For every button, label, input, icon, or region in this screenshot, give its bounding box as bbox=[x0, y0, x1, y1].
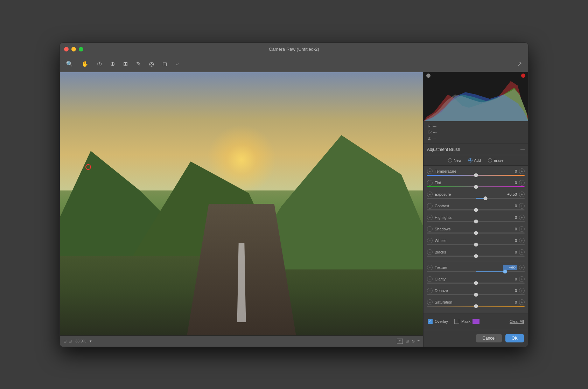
mask-group[interactable]: Mask bbox=[454, 319, 479, 324]
adj-plus-shadows[interactable]: + bbox=[519, 226, 525, 232]
clipping-indicator-right[interactable] bbox=[521, 74, 525, 78]
slider-track-temperature[interactable] bbox=[427, 175, 525, 176]
erase-mode-group[interactable]: Erase bbox=[488, 158, 504, 162]
settings-icon[interactable]: ≡ bbox=[418, 339, 420, 343]
adj-label-tint: Tint bbox=[435, 181, 503, 185]
adj-label-contrast: Contrast bbox=[435, 204, 503, 208]
adj-plus-whites[interactable]: + bbox=[519, 238, 525, 243]
b-label: B: bbox=[428, 136, 431, 140]
frame-icon-1[interactable]: ⊞ bbox=[63, 339, 66, 343]
slider-track-tint[interactable] bbox=[427, 186, 525, 187]
add-mode-group[interactable]: Add bbox=[468, 158, 481, 162]
slider-track-shadows[interactable] bbox=[427, 232, 525, 234]
g-readout: G: --- bbox=[428, 129, 524, 136]
adjustment-brush-tool[interactable]: ◻ bbox=[161, 59, 168, 69]
adj-label-highlights: Highlights bbox=[435, 215, 503, 220]
slider-thumb-shadows[interactable] bbox=[474, 231, 478, 235]
overlay-checkbox[interactable] bbox=[428, 319, 433, 324]
new-radio[interactable] bbox=[448, 158, 452, 162]
mask-checkbox[interactable] bbox=[454, 319, 459, 324]
slider-thumb-temperature[interactable] bbox=[474, 173, 478, 177]
adj-minus-blacks[interactable]: − bbox=[427, 249, 433, 255]
mask-color-swatch[interactable] bbox=[472, 319, 479, 324]
adj-plus-temperature[interactable]: + bbox=[519, 168, 525, 174]
adj-minus-saturation[interactable]: − bbox=[427, 299, 433, 305]
slider-thumb-contrast[interactable] bbox=[474, 208, 478, 212]
slider-track-texture[interactable] bbox=[427, 271, 525, 272]
clipping-indicator-left[interactable] bbox=[426, 74, 430, 78]
slider-thumb-dehaze[interactable] bbox=[474, 293, 478, 297]
slider-thumb-saturation[interactable] bbox=[474, 304, 478, 308]
adj-plus-contrast[interactable]: + bbox=[519, 203, 525, 209]
slider-track-exposure[interactable] bbox=[427, 198, 525, 199]
adj-plus-tint[interactable]: + bbox=[519, 180, 525, 186]
slider-thumb-highlights[interactable] bbox=[474, 220, 478, 223]
export-icon[interactable]: ↗ bbox=[516, 60, 523, 68]
healing-tool[interactable]: ✎ bbox=[135, 59, 142, 69]
gradient-filter-tool[interactable]: ○ bbox=[174, 59, 180, 68]
ok-button[interactable]: OK bbox=[505, 334, 524, 342]
slider-thumb-texture[interactable] bbox=[503, 270, 507, 273]
slider-track-contrast[interactable] bbox=[427, 209, 525, 210]
adj-minus-contrast[interactable]: − bbox=[427, 203, 433, 209]
adj-value-texture[interactable]: +60 bbox=[503, 265, 517, 270]
slider-thumb-blacks[interactable] bbox=[474, 254, 478, 258]
slider-track-whites[interactable] bbox=[427, 244, 525, 245]
adj-plus-blacks[interactable]: + bbox=[519, 249, 525, 255]
adj-plus-highlights[interactable]: + bbox=[519, 215, 525, 220]
adj-minus-shadows[interactable]: − bbox=[427, 226, 433, 232]
targeted-adjustment-tool[interactable]: ⊕ bbox=[109, 59, 116, 69]
grid-icon[interactable]: ⊞ bbox=[406, 339, 409, 343]
adj-plus-exposure[interactable]: + bbox=[519, 192, 525, 197]
add-radio[interactable] bbox=[468, 158, 472, 162]
eyedropper-tool[interactable]: ⟨/⟩ bbox=[96, 60, 103, 68]
adj-plus-dehaze[interactable]: + bbox=[519, 288, 525, 293]
new-mode-group[interactable]: New bbox=[448, 158, 461, 162]
cancel-button[interactable]: Cancel bbox=[476, 334, 502, 342]
maximize-button[interactable] bbox=[79, 47, 83, 51]
slider-thumb-whites[interactable] bbox=[474, 243, 478, 246]
hand-tool[interactable]: ✋ bbox=[80, 59, 90, 69]
adj-minus-clarity[interactable]: − bbox=[427, 276, 433, 282]
adj-plus-clarity[interactable]: + bbox=[519, 276, 525, 282]
zoom-tool[interactable]: 🔍 bbox=[65, 59, 75, 69]
slider-track-clarity[interactable] bbox=[427, 283, 525, 284]
adj-label-clarity: Clarity bbox=[435, 277, 503, 281]
adjustment-row-highlights: −Highlights0+ bbox=[424, 213, 528, 224]
clear-all-button[interactable]: Clear All bbox=[510, 319, 524, 324]
slider-thumb-exposure[interactable] bbox=[484, 196, 488, 200]
slider-track-saturation[interactable] bbox=[427, 306, 525, 307]
overlay-group[interactable]: Overlay bbox=[428, 319, 448, 324]
adj-plus-saturation[interactable]: + bbox=[519, 299, 525, 305]
adj-value-exposure: +0.50 bbox=[503, 192, 517, 196]
status-right: Y ⊞ ⊕ ≡ bbox=[397, 339, 420, 344]
adj-minus-temperature[interactable]: − bbox=[427, 168, 433, 174]
adj-minus-texture[interactable]: − bbox=[427, 265, 433, 270]
adj-minus-exposure[interactable]: − bbox=[427, 192, 433, 197]
slider-thumb-clarity[interactable] bbox=[474, 281, 478, 285]
crop-tool[interactable]: ⊞ bbox=[122, 59, 129, 69]
slider-track-dehaze[interactable] bbox=[427, 294, 525, 295]
frame-icon-2[interactable]: ⊟ bbox=[69, 339, 72, 343]
close-button[interactable] bbox=[64, 47, 69, 51]
zoom-arrow[interactable]: ▾ bbox=[90, 339, 92, 343]
compare-icon[interactable]: ⊕ bbox=[412, 339, 415, 343]
minimize-button[interactable] bbox=[71, 47, 76, 51]
adj-minus-dehaze[interactable]: − bbox=[427, 288, 433, 293]
y-icon[interactable]: Y bbox=[397, 339, 403, 344]
erase-radio[interactable] bbox=[488, 158, 492, 162]
adj-value-saturation: 0 bbox=[503, 300, 517, 304]
adj-minus-tint[interactable]: − bbox=[427, 180, 433, 186]
adj-minus-highlights[interactable]: − bbox=[427, 215, 433, 220]
adj-label-temperature: Temperature bbox=[435, 169, 503, 173]
adj-plus-texture[interactable]: + bbox=[519, 265, 525, 270]
slider-track-highlights[interactable] bbox=[427, 221, 525, 222]
slider-thumb-tint[interactable] bbox=[474, 185, 478, 189]
histogram-chart bbox=[424, 72, 528, 121]
photo-canvas[interactable] bbox=[60, 72, 423, 335]
adjustment-row-shadows: −Shadows0+ bbox=[424, 225, 528, 236]
adj-minus-whites[interactable]: − bbox=[427, 238, 433, 243]
red-eye-tool[interactable]: ◎ bbox=[148, 59, 155, 69]
panel-collapse-button[interactable]: — bbox=[520, 147, 525, 152]
slider-track-blacks[interactable] bbox=[427, 256, 525, 257]
